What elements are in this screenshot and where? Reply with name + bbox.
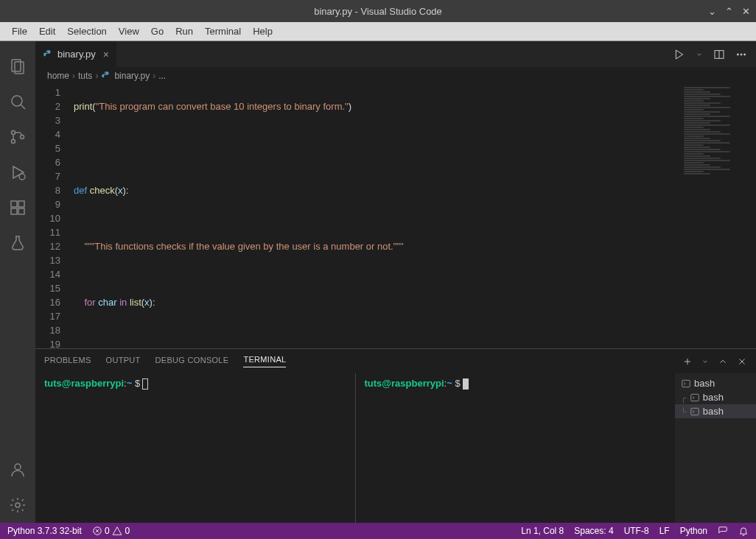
terminal-icon bbox=[690, 406, 700, 417]
chevron-right-icon: › bbox=[153, 71, 155, 81]
terminal-icon bbox=[690, 392, 700, 403]
svg-point-4 bbox=[12, 131, 15, 135]
new-terminal-icon[interactable] bbox=[682, 356, 693, 367]
window-title: binary.py - Visual Studio Code bbox=[314, 6, 442, 17]
menu-help[interactable]: Help bbox=[247, 24, 279, 39]
svg-point-8 bbox=[19, 174, 25, 180]
line-numbers: 12345678910111213141516171819 bbox=[35, 84, 74, 348]
svg-rect-27 bbox=[691, 408, 699, 415]
tab-debug-console[interactable]: DEBUG CONSOLE bbox=[155, 356, 229, 367]
crumb-tuts[interactable]: tuts bbox=[78, 71, 92, 81]
terminal-list-item[interactable]: └ bash bbox=[675, 404, 756, 418]
editor-actions bbox=[673, 49, 756, 60]
more-icon[interactable] bbox=[735, 49, 747, 60]
run-icon[interactable] bbox=[673, 49, 685, 60]
svg-marker-7 bbox=[13, 166, 24, 178]
close-panel-icon[interactable] bbox=[737, 356, 747, 367]
terminal-icon bbox=[681, 378, 691, 389]
tabbar: binary.py × bbox=[35, 41, 756, 68]
tab-binary-py[interactable]: binary.py × bbox=[35, 41, 117, 68]
extensions-icon[interactable] bbox=[0, 190, 35, 225]
cursor-icon bbox=[142, 378, 148, 390]
tab-problems[interactable]: PROBLEMS bbox=[44, 356, 91, 367]
svg-rect-9 bbox=[11, 201, 17, 207]
svg-marker-15 bbox=[676, 50, 682, 59]
svg-point-5 bbox=[12, 140, 15, 144]
terminal-list: bash ┌ bash └ bash bbox=[675, 373, 756, 523]
svg-rect-10 bbox=[18, 201, 24, 207]
minimap[interactable] bbox=[678, 84, 756, 348]
svg-point-6 bbox=[21, 135, 24, 139]
explorer-icon[interactable] bbox=[0, 49, 35, 84]
menu-run[interactable]: Run bbox=[169, 24, 199, 39]
menu-view[interactable]: View bbox=[113, 24, 145, 39]
testing-icon[interactable] bbox=[0, 225, 35, 261]
status-language[interactable]: Python bbox=[680, 526, 707, 536]
menu-file[interactable]: File bbox=[6, 24, 33, 39]
tab-close-icon[interactable]: × bbox=[103, 49, 109, 60]
chevron-right-icon: › bbox=[95, 71, 98, 81]
titlebar-controls: ⌄ ⌃ ✕ bbox=[708, 6, 750, 17]
run-debug-icon[interactable] bbox=[0, 155, 35, 190]
terminal-list-item[interactable]: bash bbox=[675, 376, 756, 390]
tab-output[interactable]: OUTPUT bbox=[106, 356, 141, 367]
source-control-icon[interactable] bbox=[0, 119, 35, 155]
chevron-up-icon[interactable] bbox=[718, 356, 728, 367]
svg-point-2 bbox=[12, 96, 22, 106]
status-encoding[interactable]: UTF-8 bbox=[624, 526, 649, 536]
feedback-icon[interactable] bbox=[718, 526, 728, 536]
menu-go[interactable]: Go bbox=[145, 24, 169, 39]
crumb-symbol[interactable]: ... bbox=[158, 71, 166, 81]
split-editor-icon[interactable] bbox=[713, 49, 725, 60]
minimize-icon[interactable]: ⌄ bbox=[708, 6, 716, 17]
activitybar bbox=[0, 41, 35, 523]
terminal-pane-1[interactable]: tuts@raspberrypi:~ $ bbox=[35, 373, 356, 523]
settings-icon[interactable] bbox=[0, 487, 35, 523]
bell-icon[interactable] bbox=[738, 526, 749, 536]
crumb-file[interactable]: binary.py bbox=[114, 71, 150, 81]
status-eol[interactable]: LF bbox=[659, 526, 670, 536]
status-python[interactable]: Python 3.7.3 32-bit bbox=[7, 526, 82, 536]
tab-terminal[interactable]: TERMINAL bbox=[243, 355, 286, 367]
terminal-list-item[interactable]: ┌ bash bbox=[675, 390, 756, 404]
svg-rect-26 bbox=[691, 394, 699, 401]
crumb-home[interactable]: home bbox=[47, 71, 69, 81]
svg-point-20 bbox=[744, 54, 746, 55]
editor[interactable]: 12345678910111213141516171819 print("Thi… bbox=[35, 84, 756, 348]
python-file-icon bbox=[101, 71, 111, 81]
terminal-pane-2[interactable]: tuts@raspberrypi:~ $ bbox=[356, 373, 676, 523]
svg-point-14 bbox=[15, 503, 20, 507]
svg-line-3 bbox=[21, 105, 25, 109]
terminal-split: tuts@raspberrypi:~ $ tuts@raspberrypi:~ … bbox=[35, 373, 675, 523]
maximize-icon[interactable]: ⌃ bbox=[725, 6, 733, 17]
titlebar: binary.py - Visual Studio Code ⌄ ⌃ ✕ bbox=[0, 0, 756, 22]
cursor-icon bbox=[463, 378, 469, 390]
menu-selection[interactable]: Selection bbox=[61, 24, 112, 39]
status-spaces[interactable]: Spaces: 4 bbox=[574, 526, 613, 536]
code-content[interactable]: print("This program can convert base 10 … bbox=[74, 84, 678, 348]
search-icon[interactable] bbox=[0, 84, 35, 119]
chevron-right-icon: › bbox=[72, 71, 75, 81]
tab-label: binary.py bbox=[57, 49, 96, 60]
svg-point-18 bbox=[737, 54, 738, 55]
panel-tabs: PROBLEMS OUTPUT DEBUG CONSOLE TERMINAL bbox=[35, 349, 756, 373]
bottom-panel: PROBLEMS OUTPUT DEBUG CONSOLE TERMINAL t… bbox=[35, 348, 756, 523]
svg-rect-11 bbox=[11, 208, 17, 214]
chevron-down-icon[interactable] bbox=[701, 356, 709, 367]
close-icon[interactable]: ✕ bbox=[742, 6, 750, 17]
svg-point-19 bbox=[741, 54, 742, 55]
svg-point-13 bbox=[15, 464, 21, 470]
status-position[interactable]: Ln 1, Col 8 bbox=[521, 526, 564, 536]
menubar: File Edit Selection View Go Run Terminal… bbox=[0, 22, 756, 41]
svg-rect-25 bbox=[682, 380, 690, 387]
status-errors[interactable]: 0 0 bbox=[92, 526, 130, 537]
menu-edit[interactable]: Edit bbox=[33, 24, 61, 39]
menu-terminal[interactable]: Terminal bbox=[199, 24, 247, 39]
chevron-down-icon[interactable] bbox=[696, 49, 703, 60]
breadcrumbs[interactable]: home › tuts › binary.py › ... bbox=[35, 68, 756, 84]
svg-rect-12 bbox=[18, 208, 24, 214]
accounts-icon[interactable] bbox=[0, 452, 35, 487]
statusbar: Python 3.7.3 32-bit 0 0 Ln 1, Col 8 Spac… bbox=[0, 523, 756, 539]
python-file-icon bbox=[43, 49, 53, 60]
